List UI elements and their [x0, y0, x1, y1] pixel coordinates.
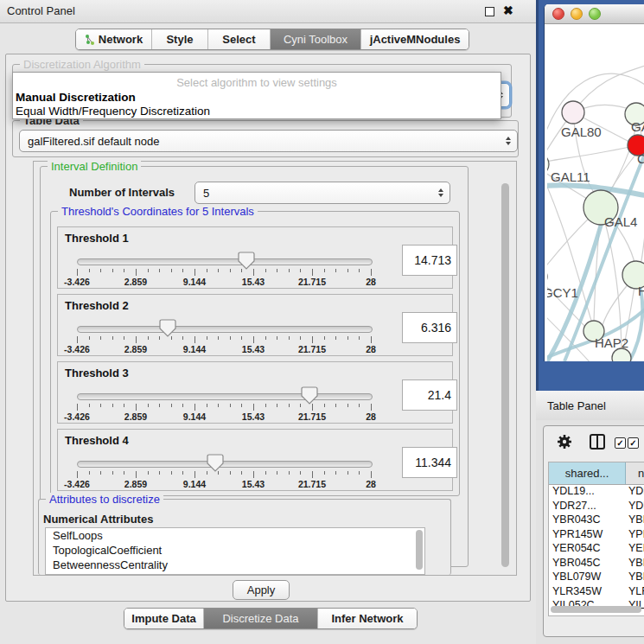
threshold-slider-thumb[interactable]: [301, 386, 318, 405]
threshold-slider-track[interactable]: [77, 258, 373, 265]
cell-name: YLR34: [628, 585, 644, 597]
node-label: GAL11: [551, 169, 590, 184]
tab-label: Impute Data: [131, 612, 195, 625]
column-header-name[interactable]: na: [626, 462, 644, 484]
tab-jactivemnodules[interactable]: jActiveMNodules: [361, 29, 469, 49]
threshold-slider-thumb[interactable]: [207, 454, 224, 472]
tick-label: 28: [366, 277, 376, 287]
tab-impute-data[interactable]: Impute Data: [124, 609, 204, 628]
tick-label: 15.43: [242, 277, 265, 287]
tick-label: 28: [366, 344, 376, 354]
tab-label: Discretize Data: [222, 612, 298, 625]
node-gal11[interactable]: [547, 153, 549, 175]
node-attribute-table: shared... na YDL19...YDL19YDR27...YDR27Y…: [548, 462, 644, 616]
numerical-attributes-list[interactable]: SelfLoopsTopologicalCoefficientBetweenne…: [45, 527, 425, 575]
split-columns-icon[interactable]: [589, 433, 606, 450]
threshold-label: Threshold 2: [65, 299, 129, 312]
float-window-icon[interactable]: [485, 7, 494, 16]
threshold-slider-thumb[interactable]: [159, 319, 176, 337]
checkbox-icon[interactable]: ✓: [628, 437, 639, 449]
node-label: C: [637, 151, 644, 166]
table-row[interactable]: YER054CYER05: [549, 541, 644, 556]
table-header-row: shared... na: [549, 462, 644, 485]
node-label: GA: [631, 119, 644, 134]
cell-name: YDR27: [628, 500, 644, 512]
cell-shared-name: YBL079W: [552, 571, 601, 583]
threshold-slider-track[interactable]: [77, 461, 373, 468]
threshold-label: Threshold 3: [65, 367, 129, 379]
threshold-3-box: Threshold 3-3.4262.8599.14415.4321.71528…: [57, 361, 453, 424]
slider-tick-marks: [77, 269, 371, 277]
number-of-intervals-value: 5: [203, 187, 209, 200]
threshold-slider-thumb[interactable]: [238, 252, 255, 270]
column-header-shared-name[interactable]: shared...: [549, 462, 626, 484]
tab-label: Select: [222, 33, 255, 46]
slider-tick-marks: [77, 471, 371, 479]
tab-discretize-data[interactable]: Discretize Data: [204, 609, 318, 628]
threshold-1-box: Threshold 1-3.4262.8599.14415.4321.71528…: [57, 226, 453, 289]
threshold-value-field[interactable]: 6.316: [402, 312, 457, 343]
table-data-value: galFiltered.sif default node: [28, 135, 159, 148]
cell-name: YBL07: [628, 571, 644, 583]
tab-infer-network[interactable]: Infer Network: [318, 609, 417, 628]
threshold-label: Threshold 1: [65, 232, 129, 245]
network-view-window: GAL80GACGAL11GAL4HGCY1HAP2: [544, 4, 644, 361]
table-panel-titlebar: Table Panel: [536, 391, 644, 421]
tick-label: -3.426: [64, 411, 90, 422]
close-icon[interactable]: ✖: [503, 3, 513, 17]
gear-icon[interactable]: [557, 434, 572, 450]
checkbox-icon[interactable]: ✓: [615, 437, 626, 449]
numerical-attributes-label: Numerical Attributes: [43, 513, 153, 526]
algorithm-dropdown-popup: Select algorithm to view settings Manual…: [12, 72, 501, 119]
network-graph-canvas[interactable]: GAL80GACGAL11GAL4HGCY1HAP2: [547, 24, 644, 361]
apply-button[interactable]: Apply: [233, 580, 290, 600]
tick-label: 21.715: [298, 411, 326, 422]
vertical-scrollbar[interactable]: [501, 183, 509, 567]
popup-option-equal-width[interactable]: Equal Width/Frequency Discretization: [16, 105, 210, 118]
threshold-slider-track[interactable]: [77, 326, 373, 333]
threshold-label: Threshold 4: [65, 434, 129, 447]
node-label: GAL4: [604, 214, 637, 229]
tab-style[interactable]: Style: [152, 29, 208, 49]
threshold-value-field[interactable]: 21.4: [402, 379, 457, 411]
table-row[interactable]: YBL079WYBL07: [549, 570, 644, 584]
popup-hint: Select algorithm to view settings: [13, 76, 501, 89]
threshold-slider-track[interactable]: [77, 393, 373, 400]
table-row[interactable]: YLR345WYLR34: [549, 584, 644, 599]
attribute-list-item[interactable]: BetweennessCentrality: [46, 558, 424, 572]
table-row[interactable]: YPR145WYPR14: [549, 527, 644, 542]
tab-label: jActiveMNodules: [370, 33, 461, 46]
table-data-combo[interactable]: galFiltered.sif default node: [19, 130, 518, 152]
table-row[interactable]: YDR27...YDR27: [549, 499, 644, 513]
node-gal80[interactable]: [562, 101, 584, 124]
table-row[interactable]: YBR043CYBR04: [549, 513, 644, 527]
threshold-4-box: Threshold 4-3.4262.8599.14415.4321.71528…: [57, 429, 453, 491]
tab-network[interactable]: Network: [76, 29, 152, 49]
table-row[interactable]: YBR045CYBR04: [549, 556, 644, 571]
horizontal-scrollbar[interactable]: [551, 606, 641, 613]
cell-name: YPR14: [628, 528, 644, 540]
tab-label: Infer Network: [331, 612, 403, 625]
attribute-list-item[interactable]: TopologicalCoefficient: [46, 543, 424, 558]
table-row[interactable]: YDL19...YDL19: [549, 484, 644, 499]
threshold-value-field[interactable]: 14.713: [402, 245, 457, 276]
close-traffic-light-icon[interactable]: [552, 8, 564, 20]
tab-label: Style: [166, 33, 193, 46]
screenshot-root: Control Panel ✖ NetworkStyleSelectCyni T…: [0, 0, 644, 644]
node-bottom[interactable]: [612, 348, 631, 361]
list-scrollbar[interactable]: [416, 530, 423, 570]
attribute-list-item[interactable]: SelfLoops: [46, 528, 424, 543]
tab-cyni-toolbox[interactable]: Cyni Toolbox: [271, 29, 361, 49]
combo-arrows-icon: [438, 188, 443, 197]
minimize-traffic-light-icon[interactable]: [571, 8, 583, 20]
number-of-intervals-combo[interactable]: 5: [194, 182, 450, 204]
cell-shared-name: YBR043C: [552, 513, 601, 526]
tab-label: Cyni Toolbox: [284, 33, 348, 46]
panel-title: Control Panel: [7, 4, 75, 17]
interval-definition-title: Interval Definition: [48, 160, 141, 173]
tab-select[interactable]: Select: [208, 29, 271, 49]
zoom-traffic-light-icon[interactable]: [589, 8, 601, 20]
node-label: GAL80: [561, 124, 602, 139]
threshold-value-field[interactable]: 11.344: [402, 447, 457, 478]
popup-option-manual-discretization[interactable]: Manual Discretization: [16, 91, 136, 104]
